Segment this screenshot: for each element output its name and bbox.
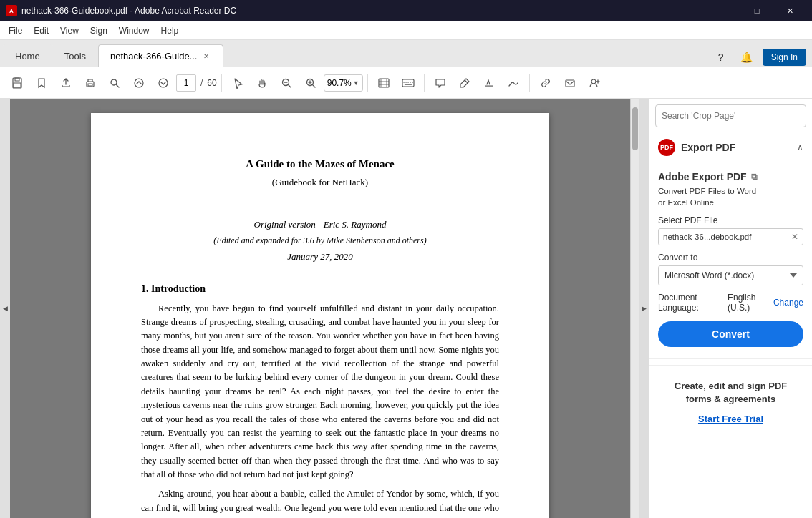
convert-button[interactable]: Convert: [658, 321, 803, 347]
convert-to-select[interactable]: Microsoft Word (*.docx)Microsoft Excel (…: [658, 265, 803, 285]
bottom-section: Create, edit and sign PDF forms & agreem…: [649, 371, 812, 432]
select-tool-button[interactable]: [226, 72, 249, 94]
vertical-scrollbar[interactable]: [630, 99, 639, 518]
zoom-selector[interactable]: 90.7% ▼: [324, 74, 363, 92]
zoom-out-icon: [281, 77, 292, 89]
pdf-date: January 27, 2020: [141, 250, 499, 264]
highlight-icon: [483, 77, 495, 89]
minimize-button[interactable]: ─: [707, 0, 740, 21]
add-user-button[interactable]: [583, 72, 606, 94]
bookmark-button[interactable]: [30, 72, 53, 94]
menu-sign[interactable]: Sign: [84, 23, 113, 39]
tab-home[interactable]: Home: [3, 44, 52, 67]
svg-rect-16: [379, 79, 389, 87]
help-button[interactable]: ?: [711, 47, 731, 67]
prev-page-button[interactable]: [127, 72, 150, 94]
svg-rect-26: [566, 80, 574, 87]
app-icon: A: [6, 5, 17, 16]
scrollbar-thumb[interactable]: [632, 107, 638, 150]
sign-button[interactable]: [502, 72, 525, 94]
print-icon: [84, 77, 96, 89]
arrow-down-icon: [158, 77, 169, 89]
divider: [649, 365, 812, 366]
language-value: English (U.S.): [728, 293, 770, 313]
tab-document-label: nethack-366-Guide...: [110, 51, 197, 62]
menu-file[interactable]: File: [3, 23, 28, 39]
zoom-chevron-icon: ▼: [353, 79, 359, 87]
export-pdf-icon: PDF: [658, 139, 675, 156]
pdf-section-title: 1. Introduction: [141, 281, 499, 296]
separator-1: [221, 74, 222, 92]
svg-line-10: [288, 84, 291, 87]
menu-help[interactable]: Help: [155, 23, 185, 39]
titlebar: A nethack-366-Guidebook.pdf - Adobe Acro…: [0, 0, 812, 21]
zoom-out-button[interactable]: [275, 72, 298, 94]
tab-close-button[interactable]: ✕: [201, 52, 211, 62]
svg-point-8: [159, 79, 168, 87]
email-button[interactable]: [559, 72, 581, 94]
next-page-button[interactable]: [152, 72, 175, 94]
comment-button[interactable]: [429, 72, 452, 94]
save-button[interactable]: [6, 72, 29, 94]
pdf-scroll[interactable]: A Guide to the Mazes of Menace (Guideboo…: [10, 99, 630, 518]
pdf-paragraph-1: Recently, you have begun to find yoursel…: [141, 302, 499, 482]
free-trial-button[interactable]: Start Free Trial: [658, 414, 803, 424]
tab-home-label: Home: [15, 51, 40, 62]
bell-icon: 🔔: [740, 52, 753, 63]
hand-tool-button[interactable]: [251, 72, 274, 94]
pen-button[interactable]: [453, 72, 476, 94]
menu-window[interactable]: Window: [113, 23, 155, 39]
fit-page-button[interactable]: [372, 72, 395, 94]
svg-rect-2: [14, 83, 21, 87]
highlight-button[interactable]: [478, 72, 501, 94]
chevron-up-icon: ∧: [797, 142, 803, 152]
menu-view[interactable]: View: [54, 23, 84, 39]
link-button[interactable]: [534, 72, 557, 94]
sign-in-button[interactable]: Sign In: [763, 49, 806, 66]
page-number-input[interactable]: [176, 74, 196, 92]
right-collapse-arrow[interactable]: ▶: [639, 99, 649, 518]
restore-button[interactable]: □: [740, 0, 773, 21]
hand-icon: [256, 77, 268, 89]
save-icon: [11, 77, 23, 89]
fit-page-icon: [377, 77, 390, 89]
change-language-link[interactable]: Change: [773, 298, 803, 308]
print-button[interactable]: [79, 72, 102, 94]
export-pdf-header[interactable]: PDF Export PDF ∧: [649, 133, 812, 162]
search-input[interactable]: [655, 104, 806, 127]
separator-3: [424, 74, 425, 92]
email-icon: [564, 77, 576, 89]
app-icon-label: A: [9, 8, 14, 14]
svg-point-27: [591, 79, 596, 84]
doc-language-label: Document Language:: [658, 293, 725, 313]
keyboard-button[interactable]: [397, 72, 420, 94]
adobe-export-title: Adobe Export PDF ⧉: [658, 171, 803, 182]
comment-icon: [435, 77, 446, 89]
tab-tools-label: Tools: [64, 51, 86, 62]
tab-tools[interactable]: Tools: [52, 44, 98, 67]
upload-button[interactable]: [54, 72, 77, 94]
link-icon: [540, 77, 551, 89]
section-title-row: PDF Export PDF: [658, 139, 735, 156]
right-panel: PDF Export PDF ∧ Adobe Export PDF ⧉ Conv…: [649, 99, 812, 518]
copy-icon[interactable]: ⧉: [751, 172, 758, 182]
remove-file-button[interactable]: ✕: [791, 232, 798, 242]
menu-edit[interactable]: Edit: [28, 23, 54, 39]
left-collapse-arrow[interactable]: ◀: [0, 99, 10, 518]
adobe-desc: Convert PDF Files to Word or Excel Onlin…: [658, 185, 803, 208]
zoom-in-button[interactable]: [299, 72, 322, 94]
language-row: Document Language: English (U.S.) Change: [658, 293, 803, 313]
tab-document[interactable]: nethack-366-Guide... ✕: [98, 44, 223, 67]
pdf-subtitle: (Guidebook for NetHack): [141, 175, 499, 190]
zoom-value: 90.7%: [327, 78, 352, 88]
pdf-title: A Guide to the Mazes of Menace: [141, 156, 499, 172]
add-user-icon: [589, 77, 600, 89]
search-button[interactable]: [103, 72, 126, 94]
search-icon: [109, 77, 120, 89]
bookmark-icon: [36, 77, 47, 89]
close-button[interactable]: ✕: [773, 0, 806, 21]
zoom-in-icon: [305, 77, 316, 89]
svg-rect-17: [402, 79, 414, 87]
tabbar: Home Tools nethack-366-Guide... ✕ ? 🔔 Si…: [0, 40, 812, 67]
notifications-button[interactable]: 🔔: [737, 47, 757, 67]
